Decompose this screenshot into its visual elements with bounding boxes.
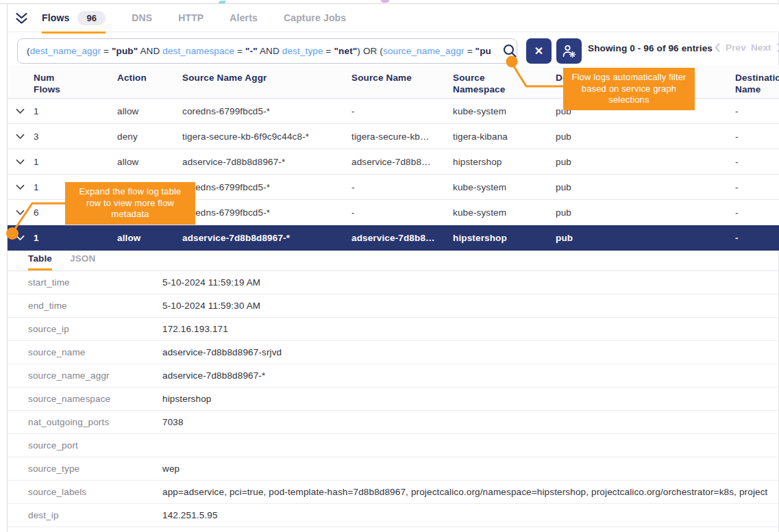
cell-src_aggr: tigera-secure-kb-6f9c9c44c8-* bbox=[182, 131, 351, 142]
detail-value: 5-10-2024 11:59:30 AM bbox=[162, 301, 779, 311]
query-segment-value: "net" bbox=[334, 46, 358, 56]
detail-row-source_labels: source_labelsapp=adservice, pci=true, po… bbox=[8, 481, 779, 504]
cell-src_aggr: adservice-7d8b8d8967-* bbox=[182, 233, 351, 243]
expand-chevron-icon[interactable] bbox=[13, 157, 34, 167]
column-header-num[interactable]: Num Flows bbox=[34, 72, 69, 95]
callout-expand-tip: Expand the flow log table row to view mo… bbox=[65, 182, 195, 225]
flow-row-selected[interactable]: 1allowadservice-7d8b8d8967-*adservice-7d… bbox=[8, 225, 779, 251]
expand-chevron-icon[interactable] bbox=[13, 182, 34, 192]
cell-action: allow bbox=[117, 106, 182, 116]
query-segment-value: "pub" bbox=[475, 46, 491, 56]
chevron-left-icon[interactable] bbox=[715, 42, 721, 53]
detail-value: app=adservice, pci=true, pod-template-ha… bbox=[162, 487, 779, 497]
cell-src_name: - bbox=[351, 207, 453, 218]
detail-value: hipstershop bbox=[162, 394, 779, 404]
cell-dst_aggr: pub bbox=[556, 131, 735, 142]
expand-chevron-icon[interactable] bbox=[13, 131, 34, 142]
cell-dst_aggr: pub bbox=[556, 233, 735, 243]
detail-value: 142.251.5.95 bbox=[162, 510, 779, 520]
detail-tabbar: Table JSON bbox=[8, 251, 779, 271]
column-header-src_aggr[interactable]: Source Name Aggr bbox=[182, 72, 351, 84]
tab-dns[interactable]: DNS bbox=[132, 5, 152, 31]
cell-src_aggr: coredns-6799fbcd5-* bbox=[182, 207, 351, 218]
tab-http[interactable]: HTTP bbox=[178, 5, 203, 31]
query-segment-field: dest_namespace bbox=[162, 46, 234, 56]
cell-dst_name: - bbox=[735, 157, 779, 167]
detail-value: 7038 bbox=[162, 417, 779, 427]
detail-value: adservice-7d8b8d8967-* bbox=[162, 370, 779, 381]
pagination: Prev Next bbox=[715, 42, 779, 53]
cell-dst_name: - bbox=[735, 106, 779, 116]
detail-key: source_port bbox=[28, 440, 162, 451]
cell-dst_aggr: pub bbox=[556, 182, 735, 192]
expand-chevron-icon[interactable] bbox=[13, 233, 34, 243]
detail-fields: start_time5-10-2024 11:59:19 AMend_time5… bbox=[8, 271, 779, 527]
column-header-src_name[interactable]: Source Name bbox=[351, 72, 453, 84]
clipped-artifact bbox=[219, 1, 226, 3]
left-rail bbox=[0, 4, 8, 532]
flow-detail-panel: Table JSON start_time5-10-2024 11:59:19 … bbox=[8, 251, 779, 527]
detail-value: adservice-7d8b8d8967-srjvd bbox=[162, 347, 779, 357]
query-segment-field: source_name_aggr bbox=[383, 46, 465, 56]
cell-action: allow bbox=[117, 157, 182, 167]
detail-row-dest_ip: dest_ip142.251.5.95 bbox=[8, 504, 779, 527]
detail-row-source_port: source_port bbox=[8, 434, 779, 457]
detail-row-source_name: source_nameadservice-7d8b8d8967-srjvd bbox=[8, 341, 779, 364]
cell-num: 1 bbox=[34, 233, 117, 243]
cell-src_name: tigera-secure-kb… bbox=[351, 131, 453, 142]
cell-src_name: adservice-7d8b8… bbox=[351, 233, 453, 243]
cell-src_name: - bbox=[351, 182, 453, 192]
callout-filter-tip: Flow logs automatically filter based on … bbox=[563, 68, 695, 110]
query-segment-field: dest_name_aggr bbox=[30, 46, 101, 56]
next-button[interactable]: Next bbox=[751, 42, 771, 53]
detail-key: source_name_aggr bbox=[28, 370, 162, 381]
detail-key: source_type bbox=[28, 464, 162, 474]
filter-query-input[interactable]: (dest_name_aggr = "pub" AND dest_namespa… bbox=[17, 38, 517, 64]
cell-action: deny bbox=[117, 131, 182, 142]
query-segment-plain: = bbox=[323, 46, 334, 56]
clipped-artifact bbox=[381, 0, 389, 3]
query-segment-plain: = bbox=[101, 46, 112, 56]
flow-row[interactable]: 3denytigera-secure-kb-6f9c9c44c8-*tigera… bbox=[8, 124, 779, 149]
column-header-dst_name[interactable]: Destination Name bbox=[735, 72, 779, 95]
detail-row-source_type: source_typewep bbox=[8, 457, 779, 481]
flow-row[interactable]: 1allowadservice-7d8b8d8967-*adservice-7d… bbox=[8, 149, 779, 175]
cell-src_name: adservice-7d8b8… bbox=[351, 157, 453, 167]
cell-num: 3 bbox=[34, 131, 117, 142]
tab-flows[interactable]: Flows 96 bbox=[42, 3, 106, 34]
query-segment-plain: AND bbox=[138, 46, 162, 56]
detail-row-source_namespace: source_namespacehipstershop bbox=[8, 388, 779, 411]
double-chevron-down-icon[interactable] bbox=[15, 12, 28, 25]
detail-row-start_time: start_time5-10-2024 11:59:19 AM bbox=[8, 271, 779, 294]
user-gear-icon bbox=[562, 44, 576, 58]
query-segment-plain: = bbox=[465, 46, 475, 56]
filter-query-text: (dest_name_aggr = "pub" AND dest_namespa… bbox=[27, 46, 491, 56]
detail-row-source_name_aggr: source_name_aggradservice-7d8b8d8967-* bbox=[8, 364, 779, 388]
detail-tab-table[interactable]: Table bbox=[28, 253, 52, 270]
log-type-tabbar: Flows 96 DNS HTTP Alerts Capture Jobs bbox=[8, 5, 779, 32]
detail-key: source_namespace bbox=[28, 394, 162, 404]
expand-chevron-icon[interactable] bbox=[13, 106, 34, 116]
expand-chevron-icon[interactable] bbox=[13, 207, 34, 218]
cell-src_aggr: adservice-7d8b8d8967-* bbox=[182, 157, 351, 167]
tab-flows-label: Flows bbox=[42, 12, 69, 23]
detail-key: source_ip bbox=[28, 324, 162, 334]
prev-button[interactable]: Prev bbox=[726, 42, 746, 53]
detail-key: end_time bbox=[28, 301, 162, 311]
column-header-action[interactable]: Action bbox=[117, 72, 182, 84]
clear-filter-button[interactable]: ✕ bbox=[526, 38, 552, 64]
column-header-src_ns[interactable]: Source Namespace bbox=[453, 72, 519, 95]
detail-value: 172.16.193.171 bbox=[162, 324, 779, 334]
user-settings-button[interactable] bbox=[556, 38, 582, 64]
search-icon[interactable] bbox=[502, 43, 517, 61]
query-segment-field: dest_type bbox=[282, 46, 323, 56]
tab-capture-jobs[interactable]: Capture Jobs bbox=[284, 5, 346, 31]
detail-tab-json[interactable]: JSON bbox=[70, 253, 95, 270]
clipped-top-strip bbox=[0, 0, 779, 4]
detail-key: dest_ip bbox=[28, 510, 162, 520]
tab-alerts[interactable]: Alerts bbox=[230, 5, 258, 31]
query-segment-value: "pub" bbox=[112, 46, 138, 56]
cell-dst_name: - bbox=[735, 233, 779, 243]
cell-src_aggr: coredns-6799fbcd5-* bbox=[182, 182, 351, 192]
chevron-right-icon[interactable] bbox=[776, 42, 779, 53]
